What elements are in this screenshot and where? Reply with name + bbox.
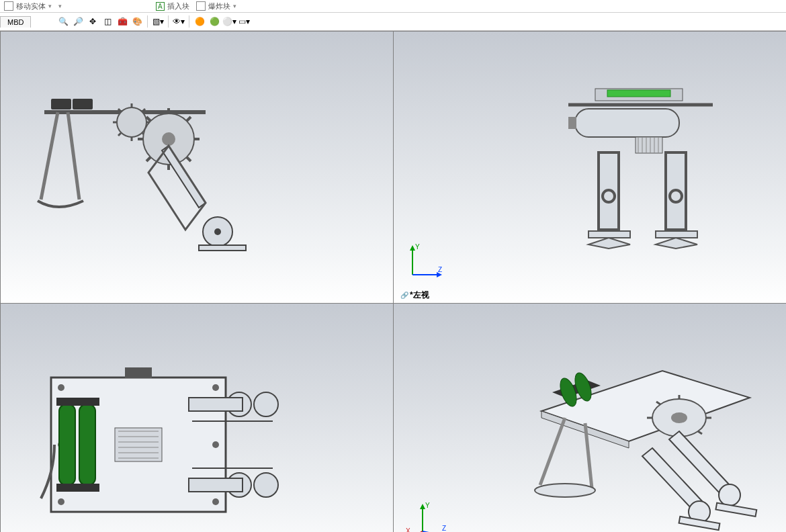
globe-icon: ⚪ [222, 17, 232, 26]
dropdown-caret-icon: ▾ [232, 17, 236, 26]
svg-point-55 [212, 384, 219, 391]
orientation-triad[interactable]: Y X Z [406, 501, 453, 532]
svg-rect-30 [607, 90, 670, 97]
viewport-top[interactable] [0, 303, 394, 532]
ribbon-sep1: ▾ [58, 3, 62, 9]
viewport-front[interactable] [0, 31, 394, 304]
svg-line-93 [540, 418, 565, 485]
dropdown-caret-icon: ▾ [246, 17, 250, 26]
tab-mbd-label: MBD [7, 18, 24, 26]
svg-marker-103 [420, 504, 425, 509]
scene-button[interactable]: ⚪▾ [222, 15, 236, 28]
svg-point-15 [162, 132, 175, 146]
tab-row: MBD 🔍 🔎 ✥ ◫ 🧰 🎨 ▧▾ 👁▾ 🟠 🟢 ⚪▾ ▭▾ [0, 13, 786, 31]
svg-point-76 [254, 473, 278, 497]
axis-z-label: Z [438, 266, 442, 273]
dropdown-caret-icon: ▾ [48, 3, 52, 9]
svg-rect-63 [56, 484, 99, 492]
svg-point-98 [719, 484, 740, 506]
appearance-button[interactable]: 🟠 [193, 15, 206, 28]
hide-show-button[interactable]: 👁▾ [172, 15, 185, 28]
model-top-view [38, 357, 293, 532]
cmd-explode-block[interactable]: 爆炸块 ▾ [196, 1, 236, 11]
section-button[interactable]: ◫ [101, 15, 114, 28]
svg-point-86 [671, 412, 687, 423]
svg-line-22 [146, 157, 150, 161]
svg-rect-45 [588, 231, 630, 238]
axis-y-label: Y [415, 243, 420, 251]
svg-point-43 [603, 190, 615, 202]
svg-rect-33 [568, 117, 576, 129]
axis-x-label: X [406, 527, 410, 532]
link-icon: 🔗 [400, 292, 408, 299]
svg-rect-71 [125, 367, 152, 378]
view-settings-button[interactable]: ▭▾ [237, 15, 251, 28]
svg-point-27 [214, 228, 221, 235]
svg-line-12 [118, 133, 121, 136]
svg-point-95 [535, 484, 595, 497]
toolbar-separator [147, 15, 148, 28]
zoom-area-icon: 🔎 [73, 17, 83, 26]
cmd-insert-block[interactable]: A 插入块 [156, 1, 189, 11]
svg-point-73 [254, 392, 278, 416]
dropdown-caret-icon: ▾ [233, 3, 236, 9]
svg-rect-32 [575, 109, 679, 137]
dropdown-caret-icon: ▾ [160, 17, 164, 26]
svg-rect-60 [59, 404, 75, 485]
svg-line-23 [187, 117, 191, 121]
zoom-fit-icon: 🔍 [58, 17, 69, 26]
quick-view-toolbar: 🔍 🔎 ✥ ◫ 🧰 🎨 ▧▾ 👁▾ 🟠 🟢 ⚪▾ ▭▾ [52, 13, 255, 30]
svg-rect-62 [56, 398, 99, 406]
svg-line-21 [187, 157, 191, 161]
viewport-label: 🔗 *左视 [400, 290, 429, 301]
svg-marker-47 [588, 238, 630, 249]
svg-rect-0 [51, 99, 71, 109]
svg-rect-100 [715, 503, 756, 517]
cmd-move-body[interactable]: 移动实体 ▾ [4, 1, 52, 11]
palette-icon: 🟠 [195, 17, 205, 26]
svg-line-3 [41, 112, 58, 200]
explode-block-icon [196, 1, 206, 11]
pan-button[interactable]: ✥ [86, 15, 99, 28]
model-side-view [38, 85, 266, 269]
graphics-area[interactable]: Y Z 🔗 *左视 [0, 31, 786, 532]
svg-point-57 [212, 498, 219, 505]
svg-marker-50 [410, 245, 415, 251]
paint-icon: 🎨 [132, 17, 142, 26]
viewport-label-text: *左视 [410, 290, 429, 301]
dropdown-caret-icon: ▾ [181, 17, 185, 26]
toolbox-button[interactable]: 🧰 [116, 15, 129, 28]
viewport-left[interactable]: Y Z 🔗 *左视 [393, 31, 786, 304]
axis-y-label: Y [425, 502, 430, 509]
paint-button[interactable]: 🎨 [130, 15, 144, 28]
tab-mbd[interactable]: MBD [0, 16, 31, 28]
move-body-label: 移动实体 [16, 1, 46, 11]
svg-rect-74 [189, 398, 243, 411]
render-button[interactable]: 🟢 [208, 15, 221, 28]
svg-rect-77 [189, 478, 243, 492]
move-body-icon [4, 1, 13, 11]
svg-rect-46 [656, 231, 697, 238]
orientation-triad[interactable]: Y Z [406, 241, 446, 283]
render-icon: 🟢 [210, 17, 220, 26]
model-isometric-view [528, 344, 777, 532]
zoom-to-fit-button[interactable]: 🔍 [56, 15, 70, 28]
zoom-area-button[interactable]: 🔎 [71, 15, 85, 28]
svg-rect-28 [199, 245, 246, 251]
svg-point-59 [212, 441, 219, 448]
pan-icon: ✥ [89, 17, 96, 26]
svg-point-54 [58, 384, 64, 391]
svg-point-5 [117, 107, 146, 137]
toolbar-separator [168, 15, 169, 28]
explode-block-label: 爆炸块 [208, 1, 230, 11]
cube-icon: ▧ [152, 17, 160, 26]
svg-line-92 [698, 431, 702, 434]
ribbon-bar: 移动实体 ▾ ▾ A 插入块 爆炸块 ▾ [0, 0, 786, 13]
svg-rect-1 [73, 99, 93, 109]
viewport-isometric[interactable]: Y X Z *上下二等角轴测 [393, 303, 786, 532]
svg-rect-61 [79, 404, 95, 485]
display-style-button[interactable]: ▧▾ [151, 15, 165, 28]
eye-icon: 👁 [173, 17, 181, 26]
insert-block-icon: A [156, 2, 165, 11]
display-icon: ▭ [238, 17, 246, 26]
